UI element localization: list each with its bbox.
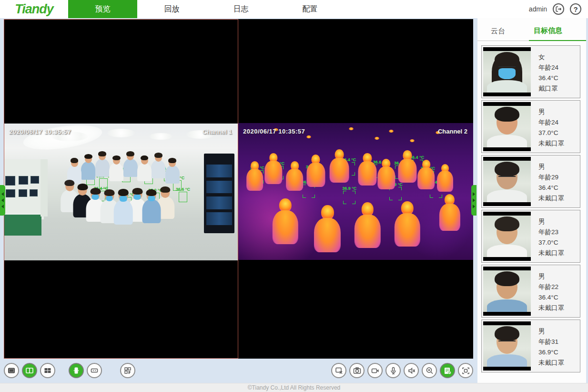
video-pane-channel-1[interactable]: 36.4 °C36.5 °C36.4 °C36.9 °C36.4 °C36.4 … xyxy=(4,19,238,359)
main-nav-tabs: 预览回放日志配置 xyxy=(68,0,345,18)
stop-all-icon[interactable] xyxy=(331,363,346,378)
target-gender: 男 xyxy=(538,271,564,282)
target-card-list: 女 年龄24 36.4°C 戴口罩 男 年龄24 37.0°C 未戴口罩 xyxy=(477,41,586,372)
layout-single-icon[interactable] xyxy=(4,363,19,378)
layout-dual-icon[interactable] xyxy=(22,363,37,378)
target-snapshot xyxy=(483,321,531,371)
target-temperature: 36.4°C xyxy=(538,292,564,303)
target-age: 年龄23 xyxy=(538,227,564,237)
target-age: 年龄29 xyxy=(538,172,564,183)
video-content: 36.4 °C36.4 °C36.5 °C36.4 °C36.6 °C36.4 … xyxy=(238,123,473,260)
top-bar: Tiandy 预览回放日志配置 admin ? xyxy=(0,0,588,18)
target-snapshot xyxy=(483,47,531,96)
user-area: admin ? xyxy=(529,3,588,15)
landscape-mode-icon[interactable] xyxy=(87,363,102,378)
logout-icon[interactable] xyxy=(553,3,564,15)
bottom-toolbar xyxy=(4,361,473,381)
mute-icon[interactable] xyxy=(404,363,419,378)
video-pane-channel-2[interactable]: 36.4 °C36.4 °C36.5 °C36.4 °C36.6 °C36.4 … xyxy=(238,19,473,359)
video-content: 36.4 °C36.5 °C36.4 °C36.9 °C36.4 °C36.4 … xyxy=(4,124,238,260)
target-mask-status: 未戴口罩 xyxy=(538,358,564,368)
target-age: 年龄31 xyxy=(538,337,564,347)
record-icon[interactable] xyxy=(367,363,383,378)
target-card[interactable]: 男 年龄22 36.4°C 未戴口罩 xyxy=(481,265,580,318)
thermal-scene xyxy=(238,123,473,260)
tiandy-logo: Tiandy xyxy=(0,2,68,17)
target-mask-status: 戴口罩 xyxy=(538,83,558,94)
target-card[interactable]: 男 年龄29 36.4°C 未戴口罩 xyxy=(481,155,580,208)
target-info: 男 年龄23 37.0°C 未戴口罩 xyxy=(531,212,564,261)
target-list-icon[interactable] xyxy=(440,363,455,378)
target-card[interactable]: 男 年龄24 37.0°C 未戴口罩 xyxy=(481,100,580,153)
target-temperature: 37.0°C xyxy=(538,128,564,138)
main-tab-preview[interactable]: 预览 xyxy=(68,0,137,18)
layout-quad-icon[interactable] xyxy=(40,363,55,378)
layout-custom-icon[interactable] xyxy=(120,363,135,378)
target-age: 年龄24 xyxy=(538,62,558,73)
target-card[interactable]: 男 年龄31 36.9°C 未戴口罩 xyxy=(481,320,580,372)
target-info: 男 年龄31 36.9°C 未戴口罩 xyxy=(531,321,564,371)
copyright-text: ©Tiandy Co.,Ltd All Rights Reserved xyxy=(248,384,340,391)
main-tab-log[interactable]: 日志 xyxy=(206,0,275,18)
target-card[interactable]: 女 年龄24 36.4°C 戴口罩 xyxy=(481,45,580,98)
target-temperature: 36.9°C xyxy=(538,347,564,358)
face-detection-box xyxy=(179,192,187,202)
osd-timestamp: 2020/06/17 10:35:57 xyxy=(243,128,305,135)
left-panel-handle[interactable] xyxy=(0,185,5,216)
target-mask-status: 未戴口罩 xyxy=(538,138,564,149)
portrait-mode-icon[interactable] xyxy=(69,363,84,378)
zoom-in-icon[interactable] xyxy=(422,363,437,378)
target-age: 年龄24 xyxy=(538,117,564,128)
target-gender: 男 xyxy=(538,162,564,172)
target-info: 男 年龄29 36.4°C 未戴口罩 xyxy=(531,157,564,206)
target-mask-status: 未戴口罩 xyxy=(538,248,564,258)
temperature-label: 36.9 °C xyxy=(342,186,356,191)
target-snapshot xyxy=(483,157,531,206)
target-gender: 男 xyxy=(538,326,564,337)
target-temperature: 36.4°C xyxy=(538,183,564,193)
target-card[interactable]: 男 年龄23 37.0°C 未戴口罩 xyxy=(481,210,580,263)
osd-channel-name: Channel 2 xyxy=(438,128,467,135)
talk-icon[interactable] xyxy=(385,363,401,378)
target-snapshot xyxy=(483,102,531,151)
target-info: 男 年龄22 36.4°C 未戴口罩 xyxy=(531,267,564,316)
target-gender: 男 xyxy=(538,107,564,117)
control-button-group xyxy=(331,363,473,378)
sidebar-tab-ptz[interactable]: 云台 xyxy=(486,27,510,41)
layout-button-group xyxy=(4,363,135,378)
snapshot-icon[interactable] xyxy=(349,363,365,378)
right-panel-handle[interactable] xyxy=(471,185,476,216)
target-mask-status: 未戴口罩 xyxy=(538,303,564,313)
username-label: admin xyxy=(529,5,547,13)
fullscreen-icon[interactable] xyxy=(458,363,473,378)
footer: ©Tiandy Co.,Ltd All Rights Reserved xyxy=(0,383,588,392)
showroom-scene xyxy=(4,124,238,260)
osd-timestamp: 2020/06/17 10:35:57 xyxy=(9,128,71,135)
target-temperature: 36.4°C xyxy=(538,73,558,83)
target-age: 年龄22 xyxy=(538,282,564,292)
help-icon[interactable]: ? xyxy=(570,3,581,15)
sidebar-tabs: 云台目标信息 xyxy=(477,18,586,41)
main-tab-playback[interactable]: 回放 xyxy=(137,0,206,18)
target-temperature: 37.0°C xyxy=(538,237,564,248)
target-gender: 男 xyxy=(538,217,564,227)
target-info: 男 年龄24 37.0°C 未戴口罩 xyxy=(531,102,564,151)
target-gender: 女 xyxy=(538,52,558,62)
temperature-label: 36.6 °C xyxy=(176,187,190,192)
target-mask-status: 未戴口罩 xyxy=(538,193,564,204)
sidebar-tab-target-info[interactable]: 目标信息 xyxy=(529,26,586,41)
osd-channel-name: Channel 1 xyxy=(203,128,232,135)
video-area: 36.4 °C36.5 °C36.4 °C36.9 °C36.4 °C36.4 … xyxy=(4,19,473,359)
right-sidebar: 云台目标信息 女 年龄24 36.4°C 戴口罩 xyxy=(477,18,586,383)
tiandy-web-client: Tiandy 预览回放日志配置 admin ? 36.4 °C36.5 °C36… xyxy=(0,0,588,392)
target-info: 女 年龄24 36.4°C 戴口罩 xyxy=(531,47,558,96)
main-tab-config[interactable]: 配置 xyxy=(275,0,345,18)
target-snapshot xyxy=(483,212,531,261)
target-snapshot xyxy=(483,267,531,316)
